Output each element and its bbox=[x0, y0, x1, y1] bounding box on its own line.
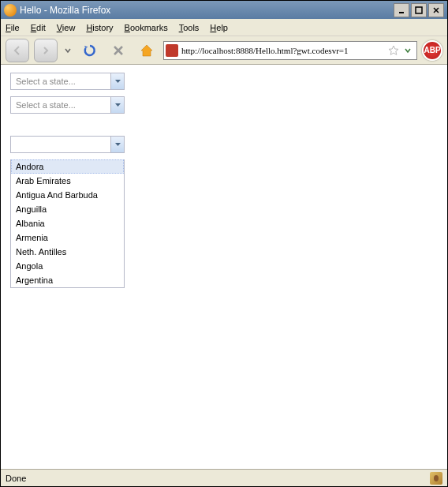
chevron-down-icon bbox=[65, 47, 71, 54]
menu-bookmarks[interactable]: Bookmarks bbox=[125, 23, 168, 32]
combo-trigger[interactable] bbox=[110, 97, 124, 113]
chevron-down-icon bbox=[114, 141, 121, 148]
maximize-button[interactable] bbox=[411, 3, 427, 17]
window-title: Hello - Mozilla Firefox bbox=[20, 5, 394, 16]
chevron-down-icon bbox=[114, 102, 121, 109]
stop-button[interactable] bbox=[106, 39, 130, 62]
combo-dropdown-list: Andora Arab Emirates Antigua And Barbuda… bbox=[10, 159, 125, 288]
home-button[interactable] bbox=[135, 39, 159, 62]
menu-help[interactable]: Help bbox=[210, 23, 228, 32]
url-dropdown[interactable] bbox=[401, 47, 415, 54]
star-icon bbox=[388, 45, 399, 56]
adblock-button[interactable]: ABP bbox=[422, 40, 442, 61]
url-input[interactable] bbox=[181, 43, 386, 58]
combo-trigger[interactable] bbox=[110, 73, 124, 89]
menu-view[interactable]: View bbox=[57, 23, 76, 32]
list-item[interactable]: Albania bbox=[11, 216, 124, 230]
list-item[interactable]: Antigua And Barbuda bbox=[11, 188, 124, 202]
back-button[interactable] bbox=[6, 39, 29, 62]
reload-button[interactable] bbox=[78, 39, 102, 62]
state-combo-2[interactable]: Select a state... bbox=[10, 96, 125, 114]
minimize-button[interactable] bbox=[394, 3, 409, 17]
list-item[interactable]: Arab Emirates bbox=[11, 174, 124, 188]
bug-icon bbox=[431, 474, 441, 483]
list-item[interactable]: Armenia bbox=[11, 230, 124, 245]
stop-icon bbox=[112, 44, 125, 57]
chevron-down-icon bbox=[404, 47, 412, 54]
menu-bar: File Edit View History Bookmarks Tools H… bbox=[1, 19, 447, 36]
status-bar: Done bbox=[1, 469, 447, 486]
nav-history-dropdown[interactable] bbox=[62, 47, 73, 54]
url-bar bbox=[163, 41, 417, 60]
list-item[interactable]: Anguilla bbox=[11, 202, 124, 216]
arrow-left-icon bbox=[10, 43, 24, 58]
combo-placeholder: Select a state... bbox=[11, 77, 110, 86]
forward-button[interactable] bbox=[34, 39, 58, 62]
combo-placeholder: Select a state... bbox=[11, 100, 110, 110]
home-icon bbox=[139, 43, 155, 58]
list-item[interactable]: Angola bbox=[11, 259, 124, 273]
list-item[interactable]: Argentina bbox=[11, 273, 124, 287]
state-combo-3[interactable] bbox=[10, 136, 125, 153]
firefox-icon bbox=[4, 4, 17, 17]
arrow-right-icon bbox=[40, 45, 51, 56]
bookmark-star-button[interactable] bbox=[386, 43, 401, 58]
list-item[interactable]: Neth. Antilles bbox=[11, 245, 124, 259]
navigation-toolbar: ABP bbox=[1, 36, 447, 65]
chevron-down-icon bbox=[114, 78, 121, 85]
site-icon bbox=[166, 44, 178, 57]
list-item[interactable]: Andora bbox=[11, 159, 124, 174]
combo-trigger[interactable] bbox=[110, 137, 124, 152]
reload-icon bbox=[82, 43, 98, 58]
menu-history[interactable]: History bbox=[86, 23, 113, 32]
menu-file[interactable]: File bbox=[6, 23, 20, 32]
status-text: Done bbox=[6, 474, 26, 483]
menu-tools[interactable]: Tools bbox=[179, 23, 200, 32]
close-button[interactable] bbox=[428, 3, 444, 17]
window-titlebar: Hello - Mozilla Firefox bbox=[1, 1, 447, 19]
firebug-icon[interactable] bbox=[430, 472, 442, 485]
page-content: Select a state... Select a state... Ando… bbox=[1, 65, 447, 469]
svg-rect-1 bbox=[416, 7, 422, 13]
svg-point-6 bbox=[434, 475, 439, 481]
state-combo-1[interactable]: Select a state... bbox=[10, 73, 125, 90]
menu-edit[interactable]: Edit bbox=[31, 23, 46, 32]
